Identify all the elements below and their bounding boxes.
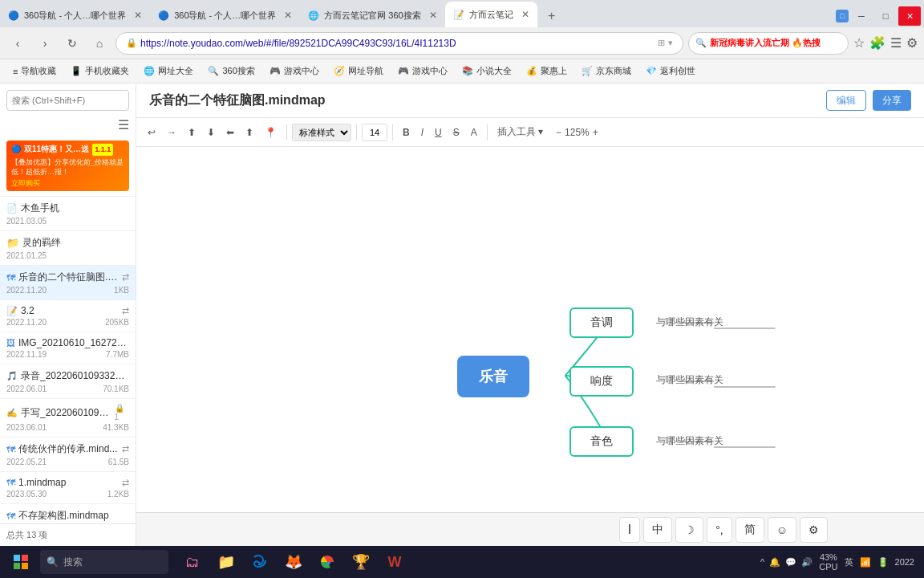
toolbar-strikethrough[interactable]: S xyxy=(448,121,464,144)
zoom-minus-btn[interactable]: − xyxy=(556,127,561,138)
taskbar-app-explorer[interactable]: 🗂 xyxy=(176,547,209,576)
toolbar-pin[interactable]: 📍 xyxy=(260,121,282,144)
sidebar-item-mindmap-active[interactable]: 🗺 乐音的二个特征脑图.min... ⇄ 2022.11.20 1KB xyxy=(0,266,136,300)
toolbar-italic[interactable]: I xyxy=(416,121,428,144)
systray-chat-icon[interactable]: 💬 xyxy=(785,557,796,568)
sidebar-ad-item[interactable]: 🔵 双11特惠！又…送 1.1.1 【叠加优惠】分享优化前_价格就是低！超低折…… xyxy=(0,136,136,197)
bookmark-rebate[interactable]: 💎 返利创世 xyxy=(639,62,702,81)
systray-battery-icon[interactable]: 🔋 xyxy=(877,557,889,568)
toolbar-redo[interactable]: → xyxy=(162,121,181,144)
search-bar[interactable]: 🔍 新冠病毒讲入流亡期 🔥热搜 xyxy=(688,32,849,55)
ime-emoji-btn[interactable]: ☺ xyxy=(768,517,796,543)
ime-settings-btn[interactable]: ⚙ xyxy=(800,517,828,543)
tab-1-close[interactable]: ✕ xyxy=(134,10,142,21)
mindmap-node-yinse[interactable]: 音色 xyxy=(569,426,634,457)
edit-button[interactable]: 编辑 xyxy=(826,90,866,111)
bookmark-shop1[interactable]: 💰 聚惠上 xyxy=(520,62,573,81)
taskbar-app-firefox[interactable]: 🦊 xyxy=(278,547,310,576)
share-icon-2[interactable]: ⇄ xyxy=(122,306,129,316)
tab-1[interactable]: 🔵 360导航 - 个人…哪个世界 ✕ xyxy=(0,3,150,27)
ime-chinese-btn[interactable]: 中 xyxy=(643,517,672,543)
sidebar-item-1mindmap[interactable]: 🗺 1.mindmap ⇄ 2023.05.30 1.2KB xyxy=(0,472,136,504)
tab-2[interactable]: 🔵 360导航 - 个人…哪个世界 ✕ xyxy=(150,3,300,27)
toolbar-undo[interactable]: ↩ xyxy=(143,121,160,144)
ime-simple-btn[interactable]: 简 xyxy=(736,517,764,543)
bookmark-360[interactable]: 🔍 360搜索 xyxy=(201,62,261,81)
new-tab-button[interactable]: + xyxy=(541,5,563,27)
taskbar-app-edge[interactable] xyxy=(244,547,276,576)
bookmark-jd[interactable]: 🛒 京东商城 xyxy=(575,62,638,81)
zoom-plus-btn[interactable]: + xyxy=(593,127,598,138)
taskbar-app-wps[interactable]: W xyxy=(379,547,411,576)
bookmark-nav[interactable]: ≡ 导航收藏 xyxy=(6,62,63,81)
sidebar-item-handwrite[interactable]: ✍ 手写_20220601093442 🔒 1 2023.06.01 41.3K… xyxy=(0,399,136,438)
search-hot-text: 新冠病毒讲入流亡期 🔥热搜 xyxy=(710,37,821,49)
tab-4[interactable]: 📝 方而云笔记 ✕ xyxy=(445,2,537,27)
toolbar-fontcolor[interactable]: A xyxy=(466,121,482,144)
sidebar-item-32[interactable]: 📝 3.2 ⇄ 2022.11.20 205KB xyxy=(0,300,136,332)
bookmark-game1[interactable]: 🎮 游戏中心 xyxy=(263,62,326,81)
bookmark-mobile[interactable]: 📱 手机收藏夹 xyxy=(64,62,136,81)
bookmark-star-icon[interactable]: ☆ xyxy=(853,35,865,51)
systray-lang[interactable]: 英 xyxy=(845,556,853,568)
settings-icon[interactable]: ⚙ xyxy=(906,35,918,51)
sidebar-item-muyu[interactable]: 📄 木鱼手机 2021.03.05 xyxy=(0,197,136,231)
toolbar-underline[interactable]: U xyxy=(430,121,447,144)
sidebar-item-audio[interactable]: 🎵 录音_20220601093321.au... 2022.06.01 70.… xyxy=(0,364,136,399)
mindmap-central-node[interactable]: 乐音 xyxy=(457,356,529,397)
sidebar-item-notexist[interactable]: 🗺 不存架构图.mindmap xyxy=(0,504,136,523)
toolbar-insert[interactable]: 插入工具 ▾ xyxy=(492,121,548,144)
toolbar-up[interactable]: ⬆ xyxy=(183,121,201,144)
systray-volume-icon[interactable]: 🔊 xyxy=(801,557,813,568)
minimize-button[interactable]: ─ xyxy=(850,6,873,26)
tab-2-close[interactable]: ✕ xyxy=(284,10,292,21)
sidebar-item-folder[interactable]: 📁 灵的羁绊 2021.01.25 xyxy=(0,231,136,266)
address-input[interactable]: 🔒 https://note.youdao.com/web/#/file/892… xyxy=(116,32,683,55)
ad-link[interactable]: 立即购买 xyxy=(11,178,124,189)
systray-notif-icon[interactable]: 🔔 xyxy=(769,557,780,568)
extensions-icon[interactable]: 🧩 xyxy=(869,35,886,51)
home-button[interactable]: ⌂ xyxy=(88,32,111,55)
refresh-button[interactable]: ↻ xyxy=(61,32,83,55)
maximize-button[interactable]: □ xyxy=(874,6,897,26)
browser-icon-btn[interactable]: □ xyxy=(836,10,849,22)
toolbar-bold[interactable]: B xyxy=(398,121,415,144)
share-icon-3[interactable]: ⇄ xyxy=(122,444,129,454)
tab-3-close[interactable]: ✕ xyxy=(429,10,437,21)
browser-menu-icon[interactable]: ☰ xyxy=(890,35,902,51)
systray-arrow-icon[interactable]: ^ xyxy=(760,557,764,567)
bookmark-novel[interactable]: 📚 小说大全 xyxy=(456,62,518,81)
bookmark-webguide[interactable]: 🧭 网址导航 xyxy=(327,62,390,81)
toolbar-format-select[interactable]: 标准样式 xyxy=(292,124,351,141)
share-button[interactable]: 分享 xyxy=(873,90,911,111)
forward-button[interactable]: › xyxy=(34,32,56,55)
toolbar-up2[interactable]: ⬆ xyxy=(241,121,258,144)
toolbar-left[interactable]: ⬅ xyxy=(221,121,239,144)
taskbar-app-chrome[interactable] xyxy=(311,547,343,576)
close-button[interactable]: ✕ xyxy=(898,6,921,26)
tab-4-close[interactable]: ✕ xyxy=(521,9,529,20)
systray-wifi-icon[interactable]: 📶 xyxy=(860,557,871,568)
taskbar-app-files[interactable]: 🏆 xyxy=(345,547,377,576)
tab-3[interactable]: 🌐 方而云笔记官网 360搜索 ✕ xyxy=(300,3,444,27)
sidebar-search-input[interactable] xyxy=(6,90,129,111)
taskbar-search[interactable]: 🔍 搜索 xyxy=(40,550,168,574)
share-icon-4[interactable]: ⇄ xyxy=(122,478,129,488)
ime-punct-btn[interactable]: °, xyxy=(707,517,732,543)
toolbar-down[interactable]: ⬇ xyxy=(202,121,220,144)
canvas-area[interactable]: 乐音 音调 响度 音色 与哪些因素有关 与哪些因素有关 与哪些因素 xyxy=(136,147,924,512)
sidebar-item-img[interactable]: 🖼 IMG_20210610_162724.jpg 2022.11.19 7.7… xyxy=(0,332,136,364)
mindmap-node-yindiao[interactable]: 音调 xyxy=(569,307,634,338)
start-button[interactable] xyxy=(3,547,38,576)
sidebar-item-tradition[interactable]: 🗺 传统伙伴的传承.mind... ⇄ 2022.05.21 61.5B xyxy=(0,438,136,472)
ime-moon-btn[interactable]: ☽ xyxy=(675,517,703,543)
back-button[interactable]: ‹ xyxy=(6,32,29,55)
share-icon-1[interactable]: ⇄ xyxy=(122,272,129,283)
mindmap-node-xiangdu[interactable]: 响度 xyxy=(569,366,634,397)
sidebar-menu-icon[interactable]: ☰ xyxy=(118,117,129,132)
bookmark-all[interactable]: 🌐 网址大全 xyxy=(137,62,200,81)
ime-cursor-btn[interactable]: I xyxy=(619,517,640,543)
bookmark-game2[interactable]: 🎮 游戏中心 xyxy=(391,62,454,81)
taskbar-app-folder[interactable]: 📁 xyxy=(210,547,242,576)
toolbar-fontsize-input[interactable] xyxy=(362,124,387,141)
